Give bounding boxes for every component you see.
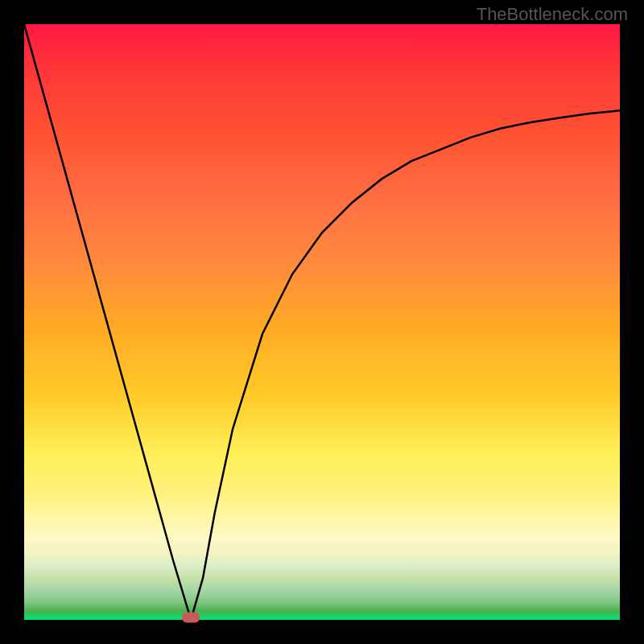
optimal-point-marker xyxy=(182,613,200,623)
bottleneck-curve xyxy=(24,24,620,620)
watermark-text: TheBottleneck.com xyxy=(477,4,628,25)
chart-plot-area xyxy=(24,24,620,620)
